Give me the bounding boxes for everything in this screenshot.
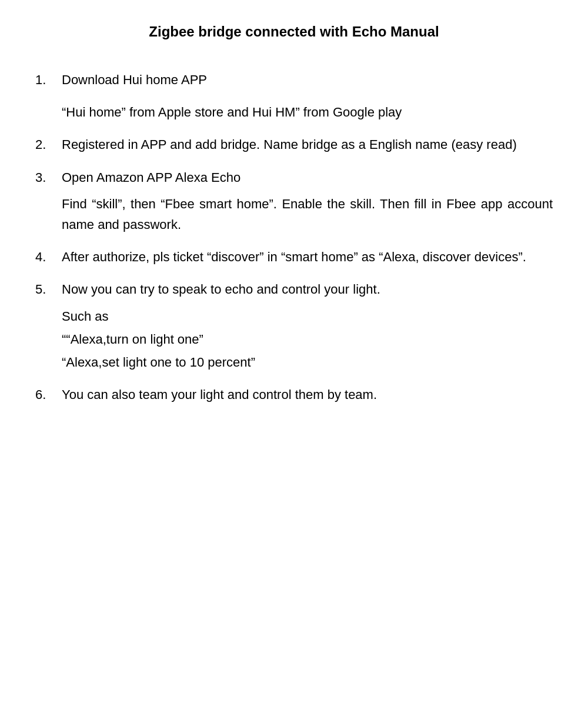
list-sub-5-2: “Alexa,set light one to 10 percent” <box>62 352 553 372</box>
list-body-4: After authorize, pls ticket “discover” i… <box>62 247 553 267</box>
list-sub-5-0: Such as <box>62 306 553 327</box>
list-body-1: Download Hui home APP <box>62 69 553 90</box>
list-body-5: Now you can try to speak to echo and con… <box>62 279 553 300</box>
list-sub-5-1: ““Alexa,turn on light one” <box>62 329 553 350</box>
list-sub-3-0: Find “skill”, then “Fbee smart home”. En… <box>62 194 553 235</box>
list-body-2: Registered in APP and add bridge. Name b… <box>62 134 553 155</box>
content-area: 1. Download Hui home APP “Hui home” from… <box>35 69 553 405</box>
list-item-1: 1. Download Hui home APP <box>35 69 553 90</box>
list-main-1: Download Hui home APP <box>62 69 553 90</box>
list-item-6: 6. You can also team your light and cont… <box>35 384 553 405</box>
list-item-3: 3. Open Amazon APP Alexa Echo <box>35 167 553 188</box>
list-body-3: Open Amazon APP Alexa Echo <box>62 167 553 188</box>
list-number-5: 5. <box>35 279 62 300</box>
list-sub-1-0: “Hui home” from Apple store and Hui HM” … <box>62 102 553 122</box>
list-item-5: 5. Now you can try to speak to echo and … <box>35 279 553 300</box>
list-number-4: 4. <box>35 247 62 267</box>
list-item-4: 4. After authorize, pls ticket “discover… <box>35 247 553 267</box>
list-number-6: 6. <box>35 384 62 405</box>
page-title: Zigbee bridge connected with Echo Manual <box>35 24 553 40</box>
list-item-2: 2. Registered in APP and add bridge. Nam… <box>35 134 553 155</box>
list-body-6: You can also team your light and control… <box>62 384 553 405</box>
list-number-3: 3. <box>35 167 62 188</box>
list-number-2: 2. <box>35 134 62 155</box>
list-number-1: 1. <box>35 69 62 90</box>
